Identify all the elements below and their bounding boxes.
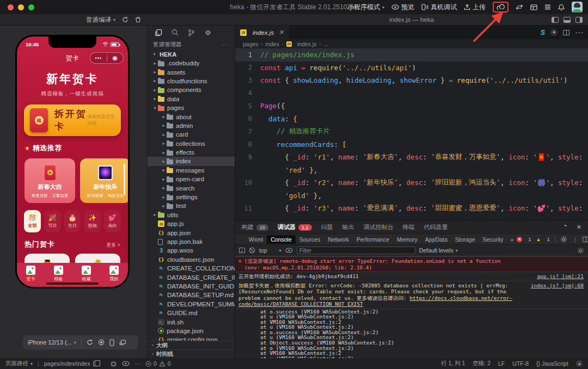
chevron-right-icon[interactable]: ▸ bbox=[161, 168, 167, 173]
eol-setting[interactable]: LF bbox=[498, 360, 505, 367]
tree-item-index[interactable]: ▸index bbox=[148, 157, 235, 165]
miniapp-tab-贺卡[interactable]: 贺卡 bbox=[17, 266, 45, 287]
frame-selector-icon[interactable]: ▸ bbox=[239, 248, 245, 253]
stack-frame[interactable]: at v (VM160 WASubContext.js:2) bbox=[235, 356, 588, 358]
clear-console-icon[interactable] bbox=[249, 247, 255, 254]
chevron-right-icon[interactable]: ▸ bbox=[161, 114, 167, 119]
tree-item-about[interactable]: ▸about bbox=[148, 112, 235, 121]
live-expression-eye-icon[interactable] bbox=[285, 248, 293, 253]
tree-item-components[interactable]: ▸components bbox=[148, 85, 235, 94]
devtools-tab-Security[interactable]: Security bbox=[479, 235, 507, 244]
panel-tab-构建[interactable]: 构建16 bbox=[242, 223, 268, 231]
overflow-tabs-icon[interactable]: » bbox=[507, 236, 517, 243]
miniapp-tab-我的[interactable]: 我的 bbox=[100, 266, 128, 287]
more-link[interactable]: 更多 > bbox=[106, 242, 120, 249]
toggle-panel-icon[interactable] bbox=[564, 17, 571, 23]
stack-link[interactable]: VM160 WASubContext.js:2 bbox=[279, 355, 351, 358]
chevron-right-icon[interactable]: ▸ bbox=[161, 204, 167, 208]
clear-cache-icon[interactable] bbox=[135, 16, 141, 23]
tree-item-DATABASE_CREATE_IMA...[interactable]: M↓DATABASE_CREATE_IMA... bbox=[148, 273, 235, 281]
tree-item-DATABASE_SETUP.md[interactable]: M↓DATABASE_SETUP.md bbox=[148, 291, 235, 299]
code-line[interactable]: 4 bbox=[235, 87, 588, 100]
console-error-badge-icon[interactable]: ✕ bbox=[517, 237, 522, 242]
chevron-right-icon[interactable]: ▸ bbox=[161, 159, 167, 164]
tree-item-app.wxss[interactable]: Ǝapp.wxss bbox=[148, 246, 235, 255]
editor-tab-indexjs[interactable]: JS index.js ✕ bbox=[235, 26, 289, 39]
tree-item-data[interactable]: ▸data bbox=[148, 95, 235, 103]
breadcrumb[interactable]: pages›index›JSindex.js›... bbox=[235, 39, 588, 48]
breadcrumb-item-index.js[interactable]: index.js bbox=[297, 41, 317, 47]
minimize-window-icon[interactable] bbox=[18, 4, 24, 10]
tree-item-project.config.json[interactable]: {}project.config.json bbox=[148, 335, 235, 341]
code-line[interactable]: 3const { showLoading, hideLoading, showE… bbox=[235, 74, 588, 87]
undock-window-icon[interactable] bbox=[583, 237, 588, 242]
devtools-tab-Wxml[interactable]: Wxml bbox=[245, 235, 267, 244]
chevron-right-icon[interactable]: ▸ bbox=[152, 70, 158, 75]
tree-item-assets[interactable]: ▸assets bbox=[148, 67, 235, 76]
miniapp-capsule[interactable]: ••• ◉ bbox=[90, 52, 124, 64]
code-line[interactable]: 9 { _id: 'r1', name: '新春大吉', desc: '恭喜发财… bbox=[235, 151, 588, 164]
tree-item-GUIDE.md[interactable]: M↓GUIDE.md bbox=[148, 309, 235, 317]
notifications-bell-icon[interactable] bbox=[558, 4, 565, 11]
chevron-right-icon[interactable]: ▸ bbox=[161, 150, 167, 155]
panel-tab-输出[interactable]: 输出 bbox=[342, 223, 354, 231]
run-settings-icon[interactable]: ✦ bbox=[550, 29, 558, 36]
panel-grid-icon[interactable] bbox=[530, 4, 537, 10]
recompile-icon[interactable] bbox=[122, 16, 128, 23]
problems-indicator[interactable]: 0 0 bbox=[145, 360, 171, 367]
statusbar-more-icon[interactable]: ··· bbox=[134, 360, 140, 367]
tree-item-.codebuddy[interactable]: ▸.codebuddy bbox=[148, 59, 235, 67]
tree-item-app.json.bak[interactable]: app.json.bak bbox=[148, 237, 235, 246]
rotate-device-icon[interactable] bbox=[87, 339, 93, 346]
explorer-section-大纲[interactable]: ›大纲 bbox=[148, 341, 235, 349]
console-output[interactable]: ⊗[渲染层错误] remote-debug start error TypeEr… bbox=[235, 256, 588, 358]
chevron-right-icon[interactable]: ▸ bbox=[161, 195, 167, 200]
breadcrumb-item-index[interactable]: index bbox=[266, 41, 279, 47]
devtools-tab-Console[interactable]: Console bbox=[267, 235, 296, 244]
log-levels-dropdown[interactable]: Default levels▾ bbox=[419, 247, 458, 254]
category-chip-全部[interactable]: 🎊全部 bbox=[24, 210, 41, 232]
tree-item-card[interactable]: ▸card bbox=[148, 130, 235, 139]
chevron-right-icon[interactable]: ▸ bbox=[161, 177, 167, 182]
cursor-position[interactable]: 行 1, 列 1 bbox=[441, 360, 465, 367]
tree-item-app.json[interactable]: {}app.json bbox=[148, 228, 235, 237]
codebuddy-assist-icon[interactable]: S bbox=[541, 29, 545, 36]
panel-tab-代码质量[interactable]: 代码质量 bbox=[424, 223, 448, 231]
devtools-tab-Network[interactable]: Network bbox=[324, 235, 353, 244]
tree-item-app.js[interactable]: JSapp.js bbox=[148, 219, 235, 228]
code-line[interactable]: 1// pages/index/index.js bbox=[235, 48, 588, 61]
debug-bug-icon[interactable] bbox=[110, 360, 117, 367]
encoding-setting[interactable]: UTF-8 bbox=[512, 360, 529, 367]
chevron-right-icon[interactable]: ▸ bbox=[161, 141, 167, 146]
context-selector-dropdown[interactable]: top▾ bbox=[259, 247, 281, 254]
indent-setting[interactable]: 空格: 2 bbox=[473, 360, 491, 367]
devtools-tab-Memory[interactable]: Memory bbox=[393, 235, 421, 244]
devtools-tab-Sources[interactable]: Sources bbox=[296, 235, 324, 244]
menu-icon[interactable] bbox=[544, 4, 551, 10]
tree-item-cloudbaserc.json[interactable]: {}cloudbaserc.json bbox=[148, 255, 235, 264]
recommend-card-red[interactable]: 福新春大吉恭喜发财，万事如意 bbox=[24, 158, 75, 203]
close-tab-icon[interactable]: ✕ bbox=[279, 29, 284, 36]
tree-item-cloudfunctions[interactable]: ▸cloudfunctions bbox=[148, 77, 235, 85]
chevron-down-icon[interactable]: ▾ bbox=[152, 106, 158, 110]
multi-window-icon[interactable] bbox=[119, 340, 126, 346]
remote-debug-button[interactable]: 真机调试 bbox=[421, 3, 457, 12]
tree-item-utils[interactable]: ▸utils bbox=[148, 211, 235, 219]
breadcrumb-item-...[interactable]: ... bbox=[323, 41, 328, 47]
devtools-tab-AppData[interactable]: AppData bbox=[421, 235, 451, 244]
window-controls[interactable] bbox=[0, 4, 34, 10]
editor-more-icon[interactable]: ··· bbox=[575, 28, 584, 38]
chevron-right-icon[interactable]: ▸ bbox=[152, 61, 158, 66]
devtools-tab-Performance[interactable]: Performance bbox=[353, 235, 393, 244]
category-chip-祝福[interactable]: ✨祝福 bbox=[84, 210, 101, 232]
capsule-more-icon[interactable]: ••• bbox=[90, 56, 107, 61]
panel-tab-调试控制台[interactable]: 调试控制台 bbox=[364, 223, 394, 231]
tree-item-settings[interactable]: ▸settings bbox=[148, 193, 235, 201]
source-control-icon[interactable] bbox=[188, 29, 195, 36]
code-line[interactable]: 2const api = require('../../utils/api') bbox=[235, 61, 588, 75]
recommend-card-gold[interactable]: 新年快乐辞旧迎新，鸿运当头 bbox=[80, 158, 128, 203]
tree-item-effects[interactable]: ▸effects bbox=[148, 148, 235, 157]
explorer-more-icon[interactable]: ··· bbox=[222, 41, 230, 48]
close-window-icon[interactable] bbox=[8, 4, 14, 10]
tree-item-open-card[interactable]: ▸open-card bbox=[148, 175, 235, 183]
